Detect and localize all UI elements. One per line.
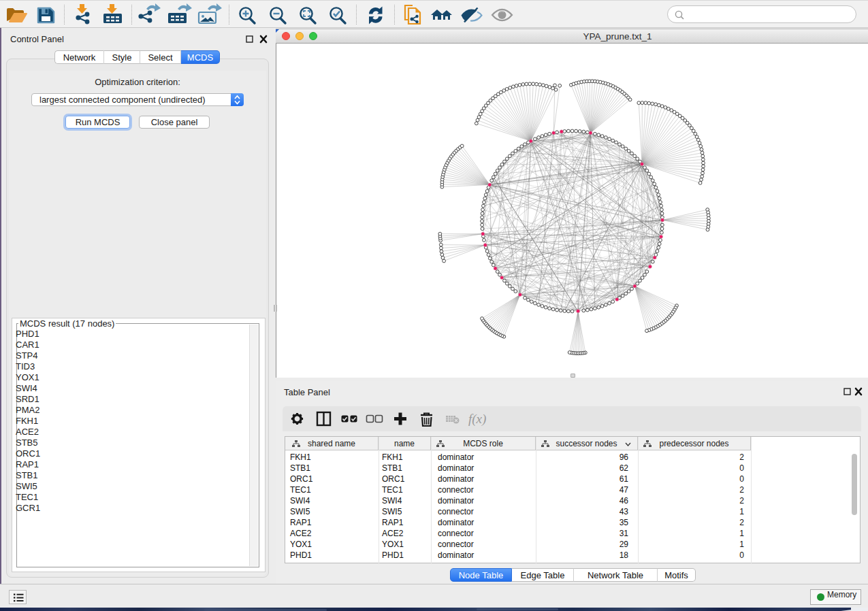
svg-text:f(x): f(x): [468, 412, 486, 427]
